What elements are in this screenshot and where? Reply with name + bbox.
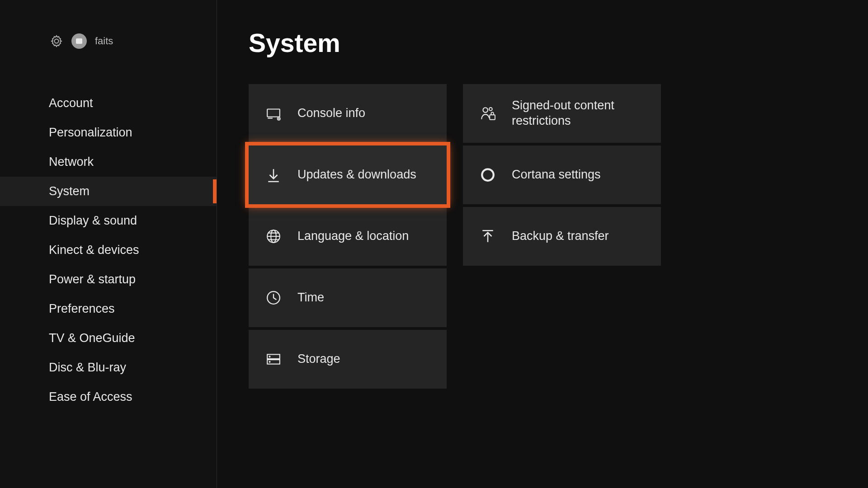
upload-icon (479, 228, 496, 245)
sidebar-item-label: Account (49, 96, 93, 110)
tile-updates-downloads[interactable]: Updates & downloads (249, 145, 447, 204)
sidebar-item-account[interactable]: Account (0, 89, 217, 118)
page-title: System (249, 28, 868, 58)
tile-label: Updates & downloads (297, 167, 416, 183)
tile-label: Backup & transfer (512, 229, 609, 244)
console-icon (265, 105, 282, 122)
username-label: faits (95, 35, 113, 47)
gear-icon (50, 34, 63, 48)
download-icon (265, 166, 282, 183)
tile-label: Cortana settings (512, 167, 601, 183)
sidebar-item-network[interactable]: Network (0, 147, 217, 177)
sidebar-item-label: Disc & Blu-ray (49, 361, 126, 374)
sidebar-item-kinect-devices[interactable]: Kinect & devices (0, 235, 217, 265)
tile-column-1: Console infoUpdates & downloadsLanguage … (249, 84, 447, 389)
sidebar-item-label: Display & sound (49, 214, 137, 227)
tile-label: Signed-out content restrictions (512, 98, 647, 129)
sidebar-item-tv-oneguide[interactable]: TV & OneGuide (0, 324, 217, 353)
sidebar-item-system[interactable]: System (0, 177, 217, 206)
tile-label: Console info (297, 106, 365, 121)
tile-language-location[interactable]: Language & location (249, 207, 447, 266)
sidebar-item-label: System (49, 184, 90, 198)
avatar[interactable] (71, 33, 87, 49)
tile-backup-transfer[interactable]: Backup & transfer (463, 207, 661, 266)
sidebar-item-label: Ease of Access (49, 390, 132, 404)
sidebar-item-label: Personalization (49, 126, 132, 139)
main-panel: System Console infoUpdates & downloadsLa… (217, 0, 868, 488)
sidebar-item-power-startup[interactable]: Power & startup (0, 265, 217, 294)
people-lock-icon (479, 105, 496, 122)
sidebar-item-disc-blu-ray[interactable]: Disc & Blu-ray (0, 353, 217, 382)
ring-icon (479, 166, 496, 183)
tile-cortana-settings[interactable]: Cortana settings (463, 145, 661, 204)
sidebar-item-label: Preferences (49, 302, 115, 315)
sidebar-item-label: TV & OneGuide (49, 331, 135, 345)
settings-sidebar: faits AccountPersonalizationNetworkSyste… (0, 0, 217, 488)
sidebar-item-ease-of-access[interactable]: Ease of Access (0, 382, 217, 412)
sidebar-item-personalization[interactable]: Personalization (0, 118, 217, 147)
sidebar-item-label: Network (49, 155, 94, 169)
tile-label: Time (297, 290, 324, 305)
tile-time[interactable]: Time (249, 268, 447, 327)
tile-label: Language & location (297, 229, 409, 244)
sidebar-item-label: Kinect & devices (49, 243, 139, 257)
sidebar-nav: AccountPersonalizationNetworkSystemDispl… (0, 89, 217, 412)
tile-label: Storage (297, 352, 340, 367)
globe-icon (265, 228, 282, 245)
tile-console-info[interactable]: Console info (249, 84, 447, 143)
tile-column-2: Signed-out content restrictionsCortana s… (463, 84, 661, 389)
sidebar-header: faits (0, 33, 217, 49)
tile-signedout-restrictions[interactable]: Signed-out content restrictions (463, 84, 661, 143)
sidebar-item-label: Power & startup (49, 272, 136, 286)
system-tiles: Console infoUpdates & downloadsLanguage … (249, 84, 868, 389)
storage-icon (265, 351, 282, 368)
clock-icon (265, 289, 282, 306)
sidebar-item-preferences[interactable]: Preferences (0, 294, 217, 324)
tile-storage[interactable]: Storage (249, 330, 447, 389)
sidebar-item-display-sound[interactable]: Display & sound (0, 206, 217, 235)
